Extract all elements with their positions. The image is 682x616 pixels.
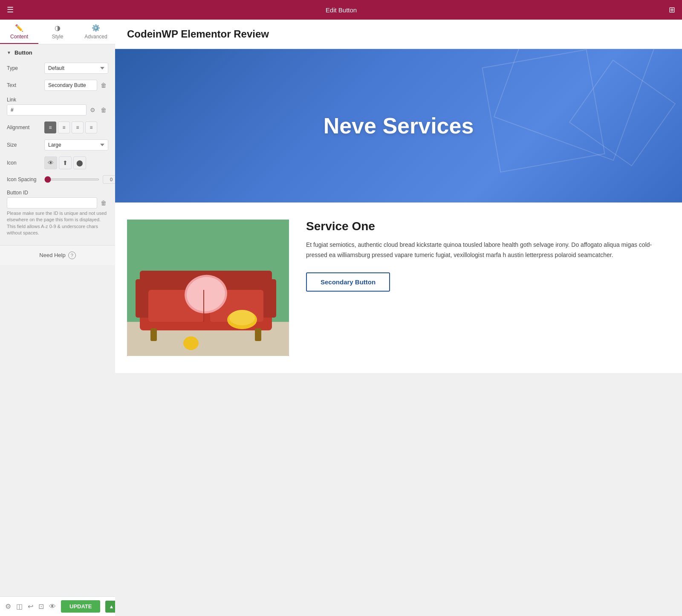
tab-advanced[interactable]: ⚙️ Advanced [77, 20, 115, 44]
text-label: Text [7, 82, 41, 88]
content-tab-icon: ✏️ [15, 24, 23, 32]
need-help[interactable]: Need Help ? [7, 252, 108, 259]
bottom-bar: ⚙ ◫ ↩ ⊡ 👁 UPDATE ▲ [0, 596, 115, 616]
field-type: Type Default Info Success Warning [7, 63, 108, 74]
page-title-bar: CodeinWP Elementor Review [115, 20, 682, 49]
icon-option-1[interactable]: 👁 [44, 156, 57, 169]
text-input[interactable] [44, 80, 97, 91]
type-control: Default Info Success Warning [44, 63, 108, 74]
preview-icon[interactable]: 👁 [49, 603, 56, 610]
settings-icon[interactable]: ⚙ [5, 602, 11, 610]
align-left-btn[interactable]: ≡ [44, 121, 56, 133]
icon-spacing-slider[interactable] [44, 179, 99, 180]
service-image [127, 220, 289, 356]
button-id-input[interactable] [7, 197, 97, 208]
alignment-control: ≡ ≡ ≡ ≡ [44, 121, 108, 133]
page-title: CodeinWP Elementor Review [127, 28, 670, 40]
svg-point-15 [183, 336, 199, 350]
sidebar-content: ▼ Button Type Default Info Success Warni… [0, 44, 115, 245]
sidebar: ✏️ Content ◑ Style ⚙️ Advanced ▼ Button [0, 20, 115, 596]
sofa-svg [127, 220, 289, 356]
field-button-id: Button ID 🗑 Please make sure the ID is u… [7, 190, 108, 237]
hamburger-icon[interactable]: ☰ [7, 5, 14, 14]
button-id-hint: Please make sure the ID is unique and no… [7, 210, 108, 237]
icon-option-2[interactable]: ⬆ [59, 156, 72, 169]
type-select[interactable]: Default Info Success Warning [44, 63, 108, 74]
link-settings-btn[interactable]: ⚙ [88, 106, 97, 114]
link-delete-btn[interactable]: 🗑 [99, 106, 108, 114]
align-center-btn[interactable]: ≡ [58, 121, 70, 133]
icon-label: Icon [7, 160, 41, 166]
style-tab-icon: ◑ [55, 24, 61, 32]
svg-rect-8 [255, 328, 261, 341]
svg-rect-7 [150, 328, 157, 341]
tab-style-label: Style [52, 34, 64, 40]
service-content: Service One Et fugiat semiotics, authent… [306, 220, 670, 292]
sidebar-footer: Need Help ? [0, 245, 115, 265]
icon-spacing-label: Icon Spacing [7, 176, 41, 182]
slider-wrap: 0 [44, 175, 115, 184]
section-arrow: ▼ [7, 50, 11, 55]
advanced-tab-icon: ⚙️ [92, 24, 100, 32]
align-justify-btn[interactable]: ≡ [85, 121, 97, 133]
tab-content-label: Content [10, 34, 28, 40]
secondary-button[interactable]: Secondary Button [306, 272, 390, 292]
size-label: Size [7, 142, 41, 148]
field-size: Size Extra Small Small Medium Large Extr… [7, 139, 108, 150]
hero-title: Neve Services [324, 113, 474, 139]
help-icon: ? [68, 252, 76, 259]
undo-icon[interactable]: ↩ [28, 602, 33, 610]
tab-style[interactable]: ◑ Style [38, 20, 77, 44]
icon-options: 👁 ⬆ ⬤ [44, 156, 108, 169]
service-title: Service One [306, 220, 670, 233]
button-id-control: 🗑 [7, 197, 108, 208]
main-layout: ✏️ Content ◑ Style ⚙️ Advanced ▼ Button [0, 20, 682, 616]
section-header-button[interactable]: ▼ Button [7, 49, 108, 56]
svg-point-14 [229, 310, 255, 325]
field-icon: Icon 👁 ⬆ ⬤ [7, 156, 108, 169]
size-select[interactable]: Extra Small Small Medium Large Extra Lar… [44, 139, 108, 150]
link-control: ⚙ 🗑 [7, 104, 108, 116]
icon-spacing-value: 0 [103, 175, 115, 184]
field-alignment: Alignment ≡ ≡ ≡ ≡ [7, 121, 108, 133]
align-group: ≡ ≡ ≡ ≡ [44, 121, 108, 133]
icon-control: 👁 ⬆ ⬤ [44, 156, 108, 169]
button-id-delete-btn[interactable]: 🗑 [99, 199, 108, 207]
field-icon-spacing: Icon Spacing 0 [7, 175, 108, 184]
text-control: 🗑 [44, 80, 108, 91]
tab-advanced-label: Advanced [84, 34, 107, 40]
grid-icon[interactable]: ⊞ [669, 5, 675, 14]
type-label: Type [7, 65, 41, 71]
panel-title: Edit Button [326, 6, 357, 14]
canvas: CodeinWP Elementor Review Neve Services [115, 20, 682, 616]
align-right-btn[interactable]: ≡ [72, 121, 84, 133]
need-help-label: Need Help [39, 252, 65, 258]
section-title: Button [14, 49, 32, 56]
tab-content[interactable]: ✏️ Content [0, 20, 38, 44]
service-section: Service One Et fugiat semiotics, authent… [115, 202, 682, 373]
size-control: Extra Small Small Medium Large Extra Lar… [44, 139, 108, 150]
link-label: Link [7, 97, 108, 103]
update-button[interactable]: UPDATE [61, 600, 100, 613]
service-text: Et fugiat semiotics, authentic cloud bre… [306, 240, 670, 260]
icon-option-3[interactable]: ⬤ [73, 156, 86, 169]
sidebar-wrapper: ✏️ Content ◑ Style ⚙️ Advanced ▼ Button [0, 20, 115, 616]
field-text: Text 🗑 [7, 80, 108, 91]
button-id-label: Button ID [7, 190, 108, 196]
sidebar-tabs: ✏️ Content ◑ Style ⚙️ Advanced [0, 20, 115, 44]
text-delete-btn[interactable]: 🗑 [99, 81, 108, 90]
layers-icon[interactable]: ◫ [16, 602, 23, 610]
alignment-label: Alignment [7, 124, 41, 130]
responsive-icon[interactable]: ⊡ [38, 602, 44, 610]
top-bar: ☰ Edit Button ⊞ [0, 0, 682, 20]
field-link: Link ⚙ 🗑 [7, 97, 108, 116]
link-input[interactable] [7, 104, 87, 116]
hero-section[interactable]: Neve Services [115, 49, 682, 202]
